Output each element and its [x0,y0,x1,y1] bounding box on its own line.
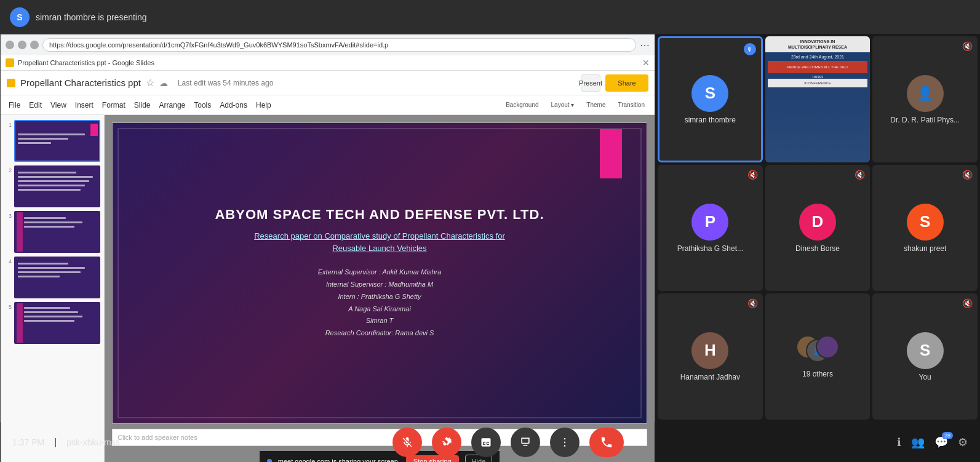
participant-avatar-prathiksha: P [691,204,728,241]
slide-canvas[interactable]: ABYOM SPACE TECH AND DEFENSE PVT. LTD. R… [112,122,647,424]
menu-tools[interactable]: Tools [191,100,214,111]
thumb-slide-5[interactable] [14,302,100,344]
more-options-button[interactable] [550,428,580,457]
browser-title-bar: Propellant Characteristics ppt - Google … [1,55,655,71]
sharing-message: meet.google.com is sharing your screen. [278,458,400,462]
participant-name-hanamant: Hanamant Jadhav [680,373,740,381]
activities-button[interactable]: ⚙ [958,436,968,449]
bottom-right: ℹ 👥 💬 28 ⚙ [897,436,968,449]
menu-format[interactable]: Format [99,100,129,111]
participant-mic-hanamant: 🔇 [747,298,758,308]
present-button[interactable]: Present [581,74,600,92]
participant-name-prathiksha: Prathiksha G Shet... [677,244,743,253]
menu-file[interactable]: File [6,100,23,111]
thumb-item-5[interactable]: 5 [4,302,100,344]
svg-point-6 [564,445,566,447]
browser-url-bar[interactable]: https://docs.google.com/presentation/d/1… [42,38,636,52]
win-minimize-btn[interactable] [18,41,26,49]
participant-name-simran: simran thombre [685,116,736,124]
participant-name-drpatil: Dr. D. R. Patil Phys... [890,116,960,124]
participant-tile-prathiksha[interactable]: 🔇 P Prathiksha G Shet... [658,165,763,291]
participant-tile-simran[interactable]: 🎙 S simran thombre [658,36,763,162]
others-avatar: 👤 [796,335,839,366]
slides-menu-bar: File Edit View Insert Format Slide Arran… [1,95,655,115]
top-bar: S simran thombre is presenting [0,0,980,34]
win-maximize-btn[interactable] [30,41,39,49]
slides-tab-icon [6,58,14,67]
menu-arrange[interactable]: Arrange [156,100,189,111]
participant-tile-19others[interactable]: 👤 19 others [765,293,870,420]
background-btn[interactable]: Background [501,102,543,108]
browser-tab-title: Propellant Characteristics ppt - Google … [18,59,154,66]
browser-menu-btn[interactable]: ⋯ [640,39,650,51]
participant-tile-dinesh[interactable]: 🔇 D Dinesh Borse [765,165,870,291]
slides-content-area: 1 2 [1,115,655,462]
slide-pink-accent [600,129,622,178]
cloud-icon: ☁ [159,78,168,88]
end-call-button[interactable] [589,428,624,457]
sharing-indicator [267,459,272,462]
svg-point-5 [564,441,566,443]
thumb-item-2[interactable]: 2 [4,165,100,207]
participant-avatar-dinesh: D [799,204,836,241]
thumb-item-4[interactable]: 4 [4,257,100,298]
captions-button[interactable] [471,428,501,457]
participant-avatar-drpatil: 👤 [907,75,944,112]
thumb-slide-1[interactable] [14,120,100,162]
menu-slide[interactable]: Slide [131,100,154,111]
menu-view[interactable]: View [47,100,70,111]
participants-grid: 🎙 S simran thombre INNOVATIONS INMULTIDI… [655,34,980,422]
participant-name-dinesh: Dinesh Borse [795,244,840,253]
star-icon[interactable]: ☆ [146,77,154,89]
slide-canvas-wrap: ABYOM SPACE TECH AND DEFENSE PVT. LTD. R… [105,115,655,462]
browser-close-icon[interactable]: ✕ [642,58,650,68]
presenter-avatar: S [10,7,30,27]
participant-tile-conference[interactable]: INNOVATIONS INMULTIDISCIPLINARY RESEA 23… [765,36,870,162]
menu-insert[interactable]: Insert [72,100,97,111]
participant-tile-shakun[interactable]: 🔇 S shakun preet [872,165,978,291]
presenter-text: simran thombre is presenting [36,12,147,22]
svg-point-4 [564,437,566,439]
participant-avatar-you: S [907,332,944,369]
stop-video-button[interactable] [432,428,461,457]
thumb-item-3[interactable]: 3 [4,211,100,253]
layout-btn[interactable]: Layout ▾ [546,102,580,108]
participants-panel: 🎙 S simran thombre INNOVATIONS INMULTIDI… [655,34,980,422]
participant-name-shakun: shakun preet [904,244,946,253]
theme-btn[interactable]: Theme [581,102,610,108]
thumb-slide-4[interactable] [14,257,100,298]
participant-avatar-hanamant: H [691,332,728,369]
present-now-button[interactable] [511,428,540,457]
meeting-time: 1:37 PM [12,437,44,447]
mute-mic-button[interactable] [392,428,422,457]
menu-addons[interactable]: Add-ons [217,100,250,111]
slides-title-row: Propellant Characteristics ppt ☆ ☁ Last … [1,71,655,95]
chat-button[interactable]: 💬 28 [934,436,948,449]
slides-app-icon [7,79,15,87]
menu-edit[interactable]: Edit [26,100,45,111]
slides-app: Propellant Characteristics ppt ☆ ☁ Last … [1,71,655,462]
thumb-slide-3[interactable] [14,211,100,253]
people-button[interactable]: 👥 [911,436,925,449]
participant-mic-dinesh: 🔇 [855,170,865,180]
participant-avatar-shakun: S [907,204,944,241]
participant-tile-you[interactable]: 🔇 S You [872,293,978,420]
participant-tile-drpatil[interactable]: 🔇 👤 Dr. D. R. Patil Phys... [872,36,978,162]
chat-badge: 28 [942,432,953,439]
meeting-info-button[interactable]: ℹ [897,436,901,449]
thumb-slide-2[interactable] [14,165,100,207]
share-button[interactable]: Share [605,74,648,92]
slides-doc-title[interactable]: Propellant Characteristics ppt [20,78,141,88]
active-speaker-mic-icon: 🎙 [744,43,756,55]
meeting-id: psk-xbku-mss [66,437,119,447]
win-close-btn[interactable] [6,41,14,49]
slide-thumbnails: 1 2 [1,115,105,462]
menu-help[interactable]: Help [253,100,274,111]
browser-chrome: https://docs.google.com/presentation/d/1… [1,34,655,55]
participant-name-19others: 19 others [802,370,833,378]
thumb-item-1[interactable]: 1 [4,120,100,162]
participant-avatar-simran: S [691,75,728,112]
participant-mic-shakun: 🔇 [962,170,973,180]
participant-tile-hanamant[interactable]: 🔇 H Hanamant Jadhav [658,293,763,420]
transition-btn[interactable]: Transition [613,102,650,108]
